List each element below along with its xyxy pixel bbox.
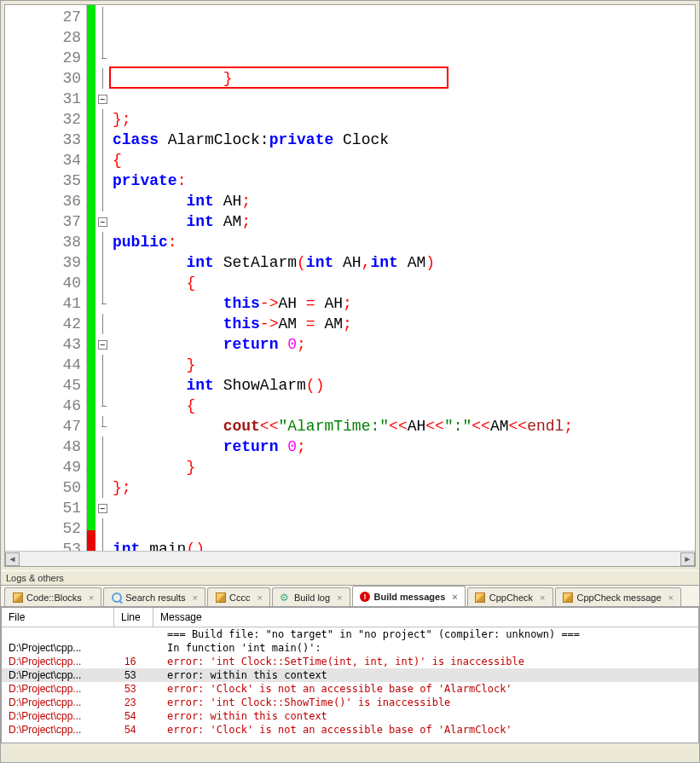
- fold-marker[interactable]: [95, 130, 109, 150]
- scroll-right-icon[interactable]: ►: [680, 552, 695, 566]
- fold-marker[interactable]: [95, 518, 109, 539]
- code-line[interactable]: public:: [113, 232, 695, 252]
- line-number[interactable]: 49: [5, 457, 81, 477]
- code-line[interactable]: class AlarmClock:private Clock: [113, 130, 695, 150]
- fold-marker[interactable]: [95, 273, 109, 293]
- line-number[interactable]: 38: [5, 232, 81, 252]
- close-icon[interactable]: ×: [540, 592, 545, 603]
- message-row[interactable]: === Build file: "no target" in "no proje…: [2, 627, 698, 641]
- fold-marker[interactable]: [95, 355, 109, 375]
- line-number[interactable]: 28: [5, 27, 81, 48]
- tab-cccc[interactable]: Cccc×: [207, 587, 270, 606]
- tab-search-results[interactable]: Search results×: [103, 587, 205, 606]
- code-line[interactable]: }: [113, 457, 695, 477]
- fold-marker[interactable]: −: [95, 89, 109, 109]
- fold-marker[interactable]: −: [95, 334, 109, 355]
- message-row[interactable]: D:\Project\cpp...16error: 'int Clock::Se…: [2, 655, 698, 668]
- close-icon[interactable]: ×: [89, 592, 94, 603]
- message-row[interactable]: D:\Project\cpp...23error: 'int Clock::Sh…: [2, 696, 698, 709]
- tab-cppcheck[interactable]: CppCheck×: [467, 587, 553, 606]
- col-message[interactable]: Message: [153, 608, 698, 627]
- fold-marker[interactable]: [95, 68, 109, 89]
- code-line[interactable]: cout<<"AlarmTime:"<<AH<<":"<<AM<<endl;: [113, 416, 695, 436]
- code-line[interactable]: private:: [113, 171, 695, 191]
- message-row[interactable]: D:\Project\cpp...54error: 'Clock' is not…: [2, 723, 698, 737]
- fold-marker[interactable]: [95, 477, 109, 498]
- fold-marker[interactable]: [95, 293, 109, 314]
- fold-marker[interactable]: [95, 375, 109, 396]
- fold-marker[interactable]: [95, 48, 109, 68]
- fold-marker[interactable]: [95, 252, 109, 273]
- line-number[interactable]: 46: [5, 396, 81, 416]
- col-line[interactable]: Line: [114, 608, 153, 627]
- line-number[interactable]: 53: [5, 539, 81, 551]
- code-line[interactable]: return 0;: [113, 334, 695, 355]
- line-number[interactable]: 47: [5, 416, 81, 436]
- fold-marker[interactable]: [95, 191, 109, 211]
- close-icon[interactable]: ×: [452, 592, 457, 602]
- tab-build-log[interactable]: ⚙Build log×: [272, 587, 350, 606]
- fold-marker[interactable]: [95, 457, 109, 477]
- code-line[interactable]: return 0;: [113, 436, 695, 457]
- fold-marker[interactable]: [95, 396, 109, 416]
- message-row[interactable]: D:\Project\cpp...53error: within this co…: [2, 668, 698, 682]
- scroll-left-icon[interactable]: ◄: [5, 552, 20, 566]
- line-number[interactable]: 44: [5, 355, 81, 375]
- code-line[interactable]: int AM;: [113, 211, 695, 232]
- line-number[interactable]: 32: [5, 109, 81, 130]
- line-number[interactable]: 31: [5, 89, 81, 109]
- line-number[interactable]: 43: [5, 334, 81, 355]
- fold-marker[interactable]: −: [95, 211, 109, 232]
- fold-marker[interactable]: [95, 416, 109, 436]
- line-number[interactable]: 30: [5, 68, 81, 89]
- line-number[interactable]: 36: [5, 191, 81, 211]
- code-line[interactable]: [113, 518, 695, 539]
- code-line[interactable]: int SetAlarm(int AH,int AM): [113, 252, 695, 273]
- close-icon[interactable]: ×: [193, 592, 198, 603]
- fold-marker[interactable]: [95, 436, 109, 457]
- line-number[interactable]: 50: [5, 477, 81, 498]
- horizontal-scrollbar[interactable]: ◄ ►: [5, 551, 695, 566]
- fold-marker[interactable]: [95, 7, 109, 27]
- line-number-gutter[interactable]: 2728293031323334353637383940414243444546…: [5, 5, 87, 551]
- tab-code-blocks[interactable]: Code::Blocks×: [4, 587, 101, 606]
- line-number[interactable]: 40: [5, 273, 81, 293]
- code-line[interactable]: };: [113, 109, 695, 130]
- code-line[interactable]: this->AM = AM;: [113, 314, 695, 334]
- line-number[interactable]: 35: [5, 171, 81, 191]
- scroll-track[interactable]: [20, 552, 680, 566]
- line-number[interactable]: 45: [5, 375, 81, 396]
- tab-cppcheck-message[interactable]: CppCheck message×: [555, 587, 682, 606]
- close-icon[interactable]: ×: [257, 592, 262, 603]
- message-row[interactable]: D:\Project\cpp...54error: within this co…: [2, 709, 698, 723]
- fold-marker[interactable]: [95, 109, 109, 130]
- code-line[interactable]: int AH;: [113, 191, 695, 211]
- line-number[interactable]: 29: [5, 48, 81, 68]
- code-lines[interactable]: } };class AlarmClock:private Clock{priva…: [109, 5, 695, 551]
- code-line[interactable]: this->AH = AH;: [113, 293, 695, 314]
- fold-marker[interactable]: −: [95, 498, 109, 518]
- line-number[interactable]: 37: [5, 211, 81, 232]
- fold-marker[interactable]: [95, 27, 109, 48]
- close-icon[interactable]: ×: [668, 592, 674, 603]
- fold-marker[interactable]: [95, 232, 109, 252]
- line-number[interactable]: 34: [5, 150, 81, 171]
- line-number[interactable]: 33: [5, 130, 81, 150]
- line-number[interactable]: 52: [5, 518, 81, 539]
- code-line[interactable]: [113, 89, 695, 109]
- fold-marker[interactable]: [95, 539, 109, 551]
- code-line[interactable]: int main(): [113, 539, 695, 551]
- messages-body[interactable]: === Build file: "no target" in "no proje…: [2, 627, 698, 737]
- line-number[interactable]: 41: [5, 293, 81, 314]
- col-file[interactable]: File: [2, 608, 114, 627]
- line-number[interactable]: 27: [5, 7, 81, 27]
- line-number[interactable]: 48: [5, 436, 81, 457]
- code-area[interactable]: 2728293031323334353637383940414243444546…: [5, 5, 695, 551]
- code-line[interactable]: [113, 498, 695, 518]
- fold-marker[interactable]: [95, 314, 109, 334]
- code-line[interactable]: {: [113, 273, 695, 293]
- fold-marker[interactable]: [95, 150, 109, 171]
- close-icon[interactable]: ×: [337, 592, 342, 603]
- line-number[interactable]: 39: [5, 252, 81, 273]
- message-row[interactable]: D:\Project\cpp...In function 'int main()…: [2, 641, 698, 655]
